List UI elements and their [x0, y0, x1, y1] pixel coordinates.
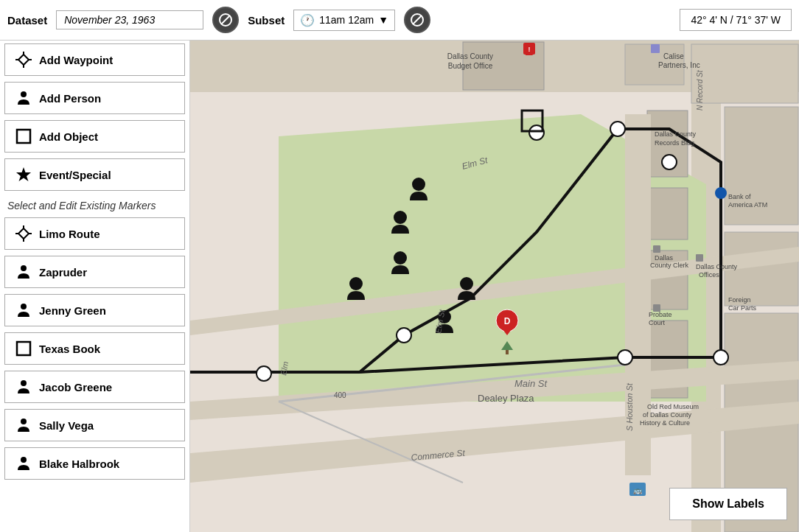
- coordinates-display: 42° 4' N / 71° 37' W: [680, 9, 792, 31]
- add-person-label: Add Person: [39, 92, 101, 105]
- event-special-button[interactable]: Event/Special: [4, 158, 185, 191]
- svg-rect-9: [17, 130, 30, 143]
- dataset-input[interactable]: [56, 10, 203, 29]
- svg-text:Old Red Museum: Old Red Museum: [647, 403, 699, 410]
- svg-text:Foreign: Foreign: [728, 296, 751, 304]
- subset-select[interactable]: 🕐 11am 12am ▼: [293, 10, 395, 31]
- sidebar-item-blake-halbrook[interactable]: Blake Halbrook: [4, 447, 185, 480]
- limo-route-label: Limo Route: [39, 228, 100, 240]
- sally-vega-label: Sally Vega: [39, 419, 94, 432]
- svg-text:Dealey Plaza: Dealey Plaza: [478, 393, 534, 404]
- svg-point-19: [21, 419, 27, 424]
- person-icon: [15, 90, 32, 106]
- svg-text:Dallas County: Dallas County: [696, 263, 738, 270]
- add-person-button[interactable]: Add Person: [4, 82, 185, 114]
- sidebar-item-sally-vega[interactable]: Sally Vega: [4, 409, 185, 441]
- svg-text:Dallas County: Dallas County: [447, 52, 493, 60]
- svg-rect-60: [506, 350, 509, 354]
- svg-rect-86: [696, 254, 703, 262]
- svg-point-20: [21, 457, 27, 463]
- svg-text:🚌: 🚌: [633, 486, 643, 495]
- svg-text:Offices: Offices: [699, 271, 719, 279]
- map-svg: D Elm St Main St Commerce St Elm Elm St …: [190, 41, 799, 532]
- route-icon: [15, 225, 32, 242]
- svg-text:N Record St: N Record St: [696, 69, 704, 111]
- svg-text:Calise: Calise: [663, 52, 684, 60]
- dataset-disable-btn[interactable]: [212, 7, 239, 33]
- sidebar-item-jenny-green[interactable]: Jenny Green: [4, 294, 185, 326]
- svg-text:400: 400: [334, 391, 346, 399]
- svg-text:Main St: Main St: [514, 378, 548, 389]
- sidebar: Add Waypoint Add Person Add Object Event…: [0, 41, 190, 532]
- svg-point-47: [397, 328, 411, 343]
- add-object-button[interactable]: Add Object: [4, 120, 185, 153]
- svg-text:History & Culture: History & Culture: [640, 419, 690, 427]
- object-icon-texas: [15, 340, 32, 357]
- svg-point-54: [460, 277, 473, 290]
- sidebar-item-texas-book[interactable]: Texas Book: [4, 332, 185, 365]
- svg-text:Records Bldg: Records Bldg: [655, 139, 694, 147]
- sidebar-item-limo-route[interactable]: Limo Route: [4, 217, 185, 250]
- dropdown-arrow-icon: ▼: [378, 14, 388, 26]
- svg-point-50: [412, 178, 425, 191]
- svg-text:Dallas: Dallas: [655, 254, 674, 262]
- event-icon: [15, 167, 32, 183]
- svg-text:America ATM: America ATM: [728, 201, 767, 209]
- jacob-greene-label: Jacob Greene: [39, 381, 112, 393]
- svg-point-46: [618, 350, 632, 365]
- svg-point-15: [21, 265, 27, 271]
- sidebar-item-zapruder[interactable]: Zapruder: [4, 256, 185, 288]
- svg-point-45: [713, 350, 728, 365]
- person-icon-blake: [15, 455, 32, 472]
- svg-text:Probate: Probate: [649, 311, 672, 318]
- event-special-label: Event/Special: [39, 169, 111, 181]
- svg-text:Car Parts: Car Parts: [728, 304, 757, 312]
- svg-line-3: [413, 15, 422, 24]
- svg-text:S Houston St: S Houston St: [625, 382, 634, 431]
- svg-rect-30: [725, 313, 798, 409]
- section-label: Select and Edit Existing Markers: [0, 194, 189, 214]
- svg-point-44: [662, 155, 677, 169]
- person-icon-jenny: [15, 302, 32, 318]
- svg-point-48: [257, 366, 271, 381]
- svg-text:Bank of: Bank of: [728, 193, 751, 200]
- map-area[interactable]: D Elm St Main St Commerce St Elm Elm St …: [190, 41, 799, 532]
- subset-value: 11am 12am: [319, 14, 374, 26]
- svg-point-8: [21, 91, 27, 97]
- person-icon-jacob: [15, 379, 32, 395]
- svg-text:Court: Court: [649, 319, 666, 326]
- add-waypoint-button[interactable]: Add Waypoint: [4, 43, 185, 76]
- svg-line-1: [221, 15, 230, 24]
- svg-marker-10: [16, 167, 31, 181]
- svg-text:!: !: [528, 46, 531, 53]
- svg-point-51: [394, 211, 407, 224]
- svg-text:D: D: [504, 316, 511, 326]
- subset-disable-btn[interactable]: [404, 7, 430, 33]
- svg-point-53: [349, 277, 363, 290]
- svg-point-16: [21, 304, 27, 309]
- jenny-green-label: Jenny Green: [39, 304, 106, 317]
- object-icon: [15, 128, 32, 144]
- svg-rect-83: [653, 245, 660, 253]
- clock-icon: 🕐: [300, 13, 315, 27]
- svg-point-80: [715, 187, 727, 199]
- add-object-label: Add Object: [39, 130, 98, 143]
- svg-rect-17: [17, 342, 30, 355]
- svg-text:County Clerk: County Clerk: [650, 262, 689, 269]
- show-labels-button[interactable]: Show Labels: [669, 488, 787, 520]
- person-icon-sally: [15, 417, 32, 433]
- dataset-label: Dataset: [7, 14, 47, 27]
- sidebar-item-jacob-greene[interactable]: Jacob Greene: [4, 371, 185, 403]
- svg-text:Partners, Inc: Partners, Inc: [658, 61, 700, 69]
- svg-point-43: [610, 122, 625, 136]
- header: Dataset Subset 🕐 11am 12am ▼ 42° 4' N / …: [0, 0, 799, 41]
- svg-text:Dallas County: Dallas County: [655, 130, 697, 138]
- svg-rect-26: [691, 44, 798, 103]
- svg-text:of Dallas County: of Dallas County: [643, 411, 692, 419]
- svg-point-52: [394, 251, 407, 265]
- blake-halbrook-label: Blake Halbrook: [39, 458, 119, 470]
- add-waypoint-label: Add Waypoint: [39, 54, 113, 66]
- main-content: Add Waypoint Add Person Add Object Event…: [0, 41, 799, 532]
- svg-rect-75: [651, 44, 660, 53]
- svg-rect-33: [647, 188, 688, 239]
